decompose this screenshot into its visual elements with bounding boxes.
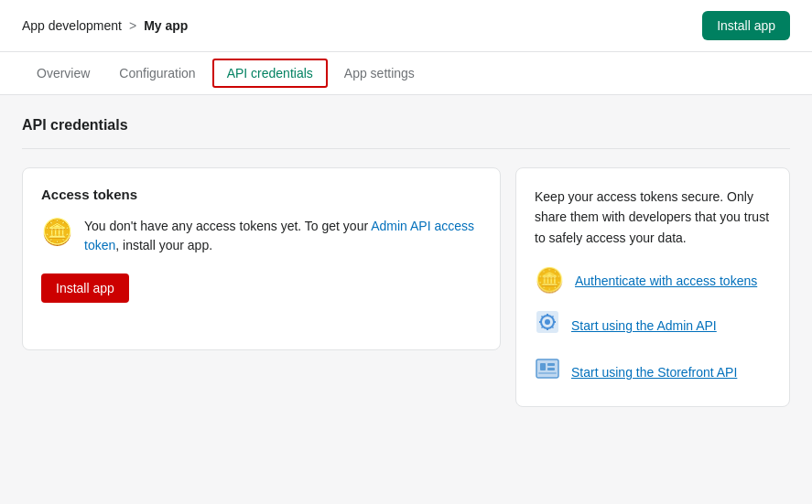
breadcrumb: App development > My app [22, 18, 188, 33]
tab-overview[interactable]: Overview [22, 52, 104, 94]
svg-rect-14 [547, 368, 555, 370]
breadcrumb-link[interactable]: App development [22, 18, 122, 33]
svg-rect-15 [538, 372, 557, 374]
link-item-authenticate: 🪙 Authenticate with access tokens [535, 266, 771, 295]
svg-rect-13 [547, 363, 555, 366]
security-card: Keep your access tokens secure. Only sha… [515, 167, 790, 407]
tab-api-credentials[interactable]: API credentials [212, 59, 328, 88]
svg-rect-12 [540, 363, 546, 370]
access-tokens-card: Access tokens 🪙 You don't have any acces… [22, 167, 501, 350]
divider [22, 148, 790, 149]
top-bar: App development > My app Install app [0, 0, 812, 52]
card-left-title: Access tokens [41, 187, 482, 202]
svg-line-9 [552, 316, 554, 318]
tab-app-settings[interactable]: App settings [330, 52, 429, 94]
svg-line-7 [542, 316, 544, 318]
security-text: Keep your access tokens secure. Only sha… [535, 187, 771, 248]
install-app-card-button[interactable]: Install app [41, 273, 129, 303]
token-description: You don't have any access tokens yet. To… [84, 217, 482, 255]
authenticate-link[interactable]: Authenticate with access tokens [575, 273, 757, 288]
breadcrumb-separator: > [129, 18, 136, 33]
storefront-api-icon [535, 356, 560, 388]
admin-api-icon [535, 309, 560, 341]
cards-row: Access tokens 🪙 You don't have any acces… [22, 167, 790, 407]
install-app-button[interactable]: Install app [702, 11, 790, 40]
authenticate-icon: 🪙 [535, 266, 564, 295]
tabs-bar: Overview Configuration API credentials A… [0, 52, 812, 95]
storefront-api-link[interactable]: Start using the Storefront API [571, 365, 737, 380]
breadcrumb-current: My app [144, 18, 188, 33]
link-item-admin-api: Start using the Admin API [535, 309, 771, 341]
token-info: 🪙 You don't have any access tokens yet. … [41, 217, 482, 255]
svg-point-2 [545, 319, 550, 325]
token-message-plain: You don't have any access tokens yet. To… [84, 219, 371, 233]
svg-line-8 [552, 327, 554, 328]
token-message-end: , install your app. [115, 238, 212, 252]
link-item-storefront-api: Start using the Storefront API [535, 356, 771, 388]
coin-icon: 🪙 [41, 217, 73, 247]
page-content: API credentials Access tokens 🪙 You don'… [0, 95, 812, 429]
tab-configuration[interactable]: Configuration [104, 52, 210, 94]
page-title: API credentials [22, 117, 790, 134]
admin-api-link-item[interactable]: Start using the Admin API [571, 318, 717, 333]
svg-line-10 [542, 327, 544, 328]
link-list: 🪙 Authenticate with access tokens [535, 266, 771, 388]
